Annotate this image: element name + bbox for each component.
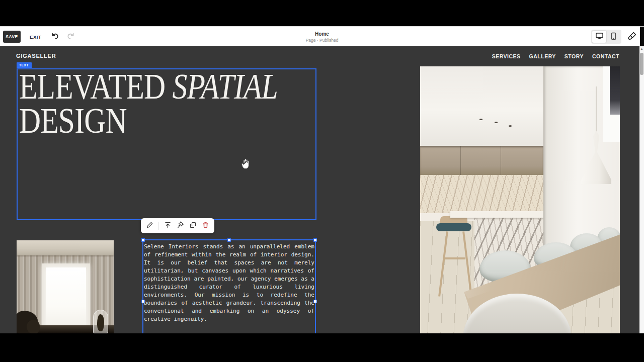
marble-backsplash [420, 175, 543, 215]
nav-item-gallery[interactable]: GALLERY [529, 53, 556, 59]
editor-topbar: SAVE EXIT Home Page · Published [0, 26, 644, 46]
topbar-left-group: SAVE EXIT [3, 27, 75, 47]
desktop-monitor-icon [595, 32, 604, 41]
nav-item-story[interactable]: STORY [565, 53, 584, 59]
nav-item-services[interactable]: SERVICES [492, 53, 521, 59]
wood-cabinets [420, 146, 543, 175]
resize-handle-top-center[interactable] [227, 238, 231, 242]
hero-heading[interactable]: ELEVATED SPATIALDESIGN [19, 69, 320, 138]
recessed-light [509, 125, 512, 127]
scroll-up-arrow[interactable]: ▲ [639, 47, 644, 50]
glass-dome [93, 310, 108, 333]
pin-button[interactable] [177, 221, 184, 230]
recessed-light [495, 122, 498, 123]
window-curtains-photo[interactable] [17, 240, 114, 333]
site-styles-button[interactable] [627, 31, 637, 42]
heading-line1-regular: ELEVATED [19, 67, 172, 106]
desktop-view-button[interactable] [592, 31, 606, 43]
editor-window: SAVE EXIT Home Page · Published [0, 0, 644, 362]
letterbox-top [0, 0, 644, 26]
heading-line2: DESIGN [19, 101, 127, 140]
page-title: Home [315, 31, 329, 37]
pendant-cord [596, 86, 597, 133]
block-action-toolbar [141, 218, 214, 233]
window-edge [640, 27, 644, 47]
stool-footrest [445, 257, 465, 259]
exit-button[interactable]: EXIT [28, 34, 44, 40]
ceiling [420, 66, 543, 146]
resize-handle-top-left[interactable] [141, 238, 145, 242]
undo-icon [51, 32, 59, 42]
device-preview-toggle [591, 30, 621, 44]
resize-handle-middle-right[interactable] [313, 300, 317, 303]
resize-handle-top-right[interactable] [313, 238, 317, 242]
cabinet-seam [460, 146, 461, 175]
topbar-right-group [591, 27, 637, 47]
cornice-molding [17, 240, 114, 255]
nav-item-contact[interactable]: CONTACT [592, 53, 619, 59]
paragraph-text-block-selection[interactable]: Selene Interiors stands as an unparallel… [142, 239, 316, 333]
letterbox-bottom [0, 333, 644, 362]
delete-button[interactable] [202, 221, 209, 230]
canvas-scrollbar[interactable]: ▲ [639, 46, 644, 333]
undo-button[interactable] [51, 32, 59, 42]
recessed-light [479, 119, 482, 120]
cabinet-seam [501, 146, 501, 175]
delete-trash-icon [202, 221, 209, 230]
resize-handle-middle-left[interactable] [141, 300, 145, 303]
kitchen-interior-photo[interactable] [420, 66, 620, 333]
stool-seat [436, 223, 471, 231]
edit-button[interactable] [146, 221, 153, 230]
mobile-view-button[interactable] [606, 31, 620, 43]
window-frame [42, 263, 90, 332]
site-preview-canvas: GIGASELLER SERVICES GALLERY STORY CONTAC… [0, 46, 644, 333]
mobile-phone-icon [611, 32, 616, 42]
duplicate-icon [189, 221, 197, 230]
grab-hand-cursor [240, 158, 251, 172]
window-glass [46, 267, 86, 332]
toolbar-divider [158, 222, 159, 230]
duplicate-button[interactable] [189, 221, 197, 230]
about-paragraph[interactable]: Selene Interiors stands as an unparallel… [144, 243, 314, 323]
paint-brush-icon [627, 31, 637, 42]
side-window [603, 66, 620, 142]
page-status: Page · Published [306, 38, 339, 43]
scrollbar-thumb[interactable] [640, 53, 643, 75]
move-to-top-button[interactable] [164, 221, 172, 230]
page-indicator[interactable]: Home Page · Published [306, 27, 339, 47]
move-to-top-icon [164, 221, 172, 230]
redo-button[interactable] [66, 32, 75, 42]
redo-icon [66, 32, 75, 42]
heading-text-block-selection[interactable]: TEXT ELEVATED SPATIALDESIGN [17, 68, 316, 220]
heading-line1-italic: SPATIAL [172, 67, 278, 106]
side-window-frame [610, 66, 620, 115]
sculpture-silhouette-2 [27, 320, 40, 333]
site-logo[interactable]: GIGASELLER [16, 53, 56, 59]
site-nav: SERVICES GALLERY STORY CONTACT [492, 53, 619, 59]
edit-pencil-icon [146, 221, 153, 230]
save-button[interactable]: SAVE [3, 31, 21, 43]
marble-island-top [450, 211, 544, 218]
dried-branch [97, 314, 104, 331]
pin-icon [177, 221, 184, 230]
